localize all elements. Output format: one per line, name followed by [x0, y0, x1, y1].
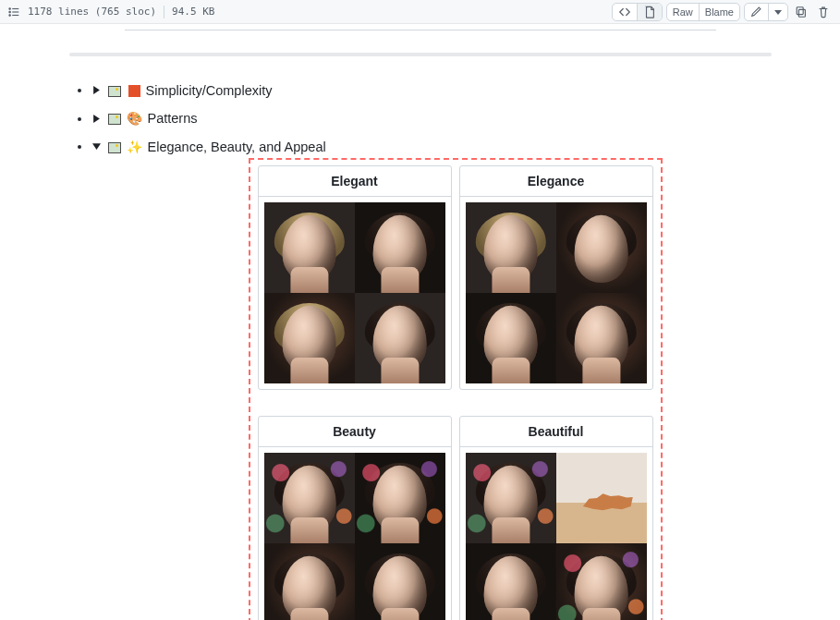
svg-rect-8	[797, 6, 803, 14]
delete-icon[interactable]	[814, 3, 833, 21]
edit-button[interactable]	[745, 4, 768, 20]
file-size: 94.5 KB	[172, 6, 214, 18]
picture-icon	[108, 83, 121, 96]
caret-right-icon	[91, 115, 103, 123]
card-beauty: Beauty	[258, 416, 452, 621]
tree-item-label: Simplicity/Complexity	[146, 83, 273, 98]
svg-point-4	[9, 14, 10, 15]
tree-item-patterns[interactable]: 🎨 Patterns	[91, 111, 772, 126]
swatch-icon	[127, 83, 140, 97]
thumbnail[interactable]	[466, 293, 556, 383]
thumbnail[interactable]	[355, 293, 445, 383]
horizontal-rule	[69, 53, 772, 56]
tree-item-simplicity[interactable]: Simplicity/Complexity	[91, 83, 772, 98]
tree-item-elegance[interactable]: ✨ Elegance, Beauty, and Appeal	[91, 140, 772, 154]
thumbnail[interactable]	[466, 202, 556, 293]
thumbnail[interactable]	[355, 202, 445, 293]
thumbnail[interactable]	[264, 543, 355, 621]
card-elegant: Elegant	[258, 165, 452, 390]
svg-marker-9	[93, 86, 100, 94]
raw-button[interactable]: Raw	[667, 4, 699, 20]
file-toolbar: 1178 lines (765 sloc) 94.5 KB Raw Blame	[0, 0, 840, 24]
thumbnail[interactable]	[264, 202, 355, 293]
caret-right-icon	[91, 86, 103, 94]
divider	[164, 6, 164, 18]
thumbnail[interactable]	[355, 453, 445, 543]
lines-count: 1178 lines (765 sloc)	[28, 6, 156, 18]
svg-point-2	[9, 11, 10, 12]
thumbnail[interactable]	[264, 453, 355, 543]
caret-down-icon	[91, 142, 103, 151]
thumbnail[interactable]	[556, 293, 647, 383]
thumbnail[interactable]	[556, 543, 647, 621]
rendered-view-button[interactable]	[637, 4, 662, 20]
picture-icon	[108, 140, 121, 152]
svg-marker-11	[92, 143, 101, 150]
copy-icon[interactable]	[792, 3, 810, 21]
card-title: Beautiful	[460, 417, 652, 447]
svg-rect-7	[798, 9, 805, 17]
svg-marker-10	[93, 115, 100, 123]
highlighted-region: Elegant Elegance	[249, 158, 663, 621]
edit-group	[744, 3, 788, 21]
thumbnail[interactable]	[264, 293, 355, 383]
svg-point-0	[9, 7, 10, 8]
section-tree: Simplicity/Complexity 🎨 Patterns	[69, 82, 772, 620]
card-title: Elegant	[259, 166, 451, 197]
image-grid	[466, 453, 647, 621]
card-beautiful: Beautiful	[459, 416, 653, 621]
tree-item-label: Patterns	[148, 111, 198, 126]
thin-separator	[125, 30, 716, 30]
thumbnail[interactable]	[556, 202, 647, 293]
tree-item-label: Elegance, Beauty, and Appeal	[148, 140, 326, 154]
svg-marker-6	[774, 10, 782, 15]
view-toggle-group	[612, 3, 663, 21]
palette-icon: 🎨	[127, 112, 142, 125]
picture-icon	[108, 112, 121, 125]
table-row-2: Beauty Beautiful	[258, 416, 653, 621]
card-title: Elegance	[460, 166, 652, 197]
rendered-content: Simplicity/Complexity 🎨 Patterns	[0, 24, 840, 620]
image-grid	[264, 202, 445, 383]
card-title: Beauty	[259, 417, 451, 447]
sparkle-icon: ✨	[127, 140, 142, 153]
edit-dropdown-button[interactable]	[768, 4, 787, 20]
thumbnail[interactable]	[466, 543, 556, 621]
thumbnail[interactable]	[355, 543, 445, 621]
table-row-1: Elegant Elegance	[258, 165, 653, 390]
outline-icon[interactable]	[7, 6, 20, 18]
card-elegance: Elegance	[459, 165, 653, 390]
source-view-button[interactable]	[613, 4, 637, 20]
raw-blame-group: Raw Blame	[666, 3, 740, 21]
image-grid	[466, 202, 647, 383]
image-grid	[264, 453, 445, 621]
thumbnail[interactable]	[556, 453, 647, 543]
thumbnail[interactable]	[466, 453, 556, 543]
blame-button[interactable]: Blame	[699, 4, 739, 20]
